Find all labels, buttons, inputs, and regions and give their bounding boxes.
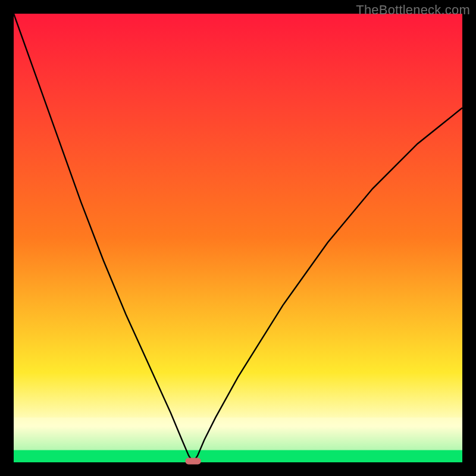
pale-band [14,418,462,450]
bottleneck-chart [0,0,476,476]
green-band [14,450,462,462]
watermark-text: TheBottleneck.com [356,2,470,18]
plot-background [14,14,462,462]
min-marker [186,458,201,465]
